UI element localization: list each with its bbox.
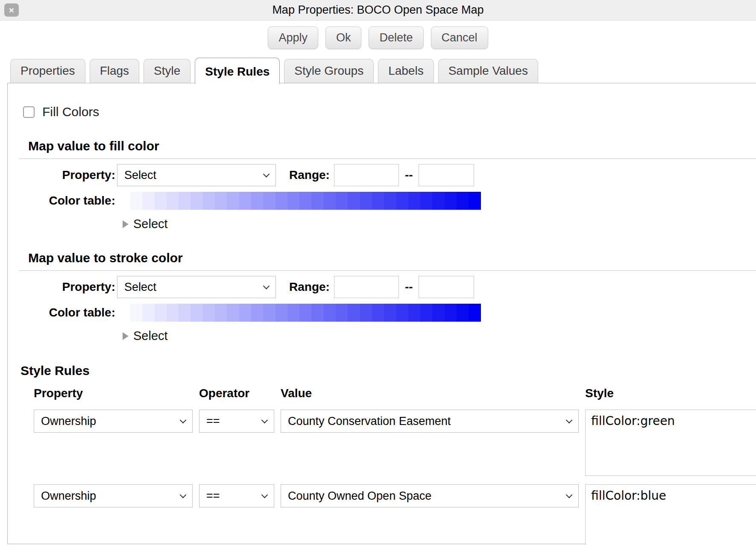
disclosure-label: Select [133,217,168,231]
style-rules-panel: Fill Colors Map value to fill color Prop… [7,83,756,544]
color-swatch [324,304,336,322]
style-rules-table: Property Operator Value Style Ownership … [34,387,756,545]
close-button[interactable]: × [4,3,19,17]
select-value: == [206,489,220,503]
select-value: Ownership [41,415,96,428]
stroke-property-select[interactable]: Select [117,276,276,298]
fill-range-max-input[interactable] [419,164,474,186]
color-swatch [190,304,202,322]
color-swatch [167,192,179,210]
range-label: Range: [289,168,330,182]
color-swatch [384,192,396,210]
color-swatch [227,304,239,322]
color-swatch [142,192,154,210]
color-swatch [239,304,251,322]
color-swatch [348,192,360,210]
color-swatch [469,192,481,210]
color-swatch [311,304,323,322]
color-swatch [155,192,167,210]
color-swatch [190,192,202,210]
ok-button[interactable]: Ok [325,26,362,49]
range-label: Range: [289,280,330,294]
fill-property-select[interactable]: Select [117,164,276,186]
color-swatch [469,304,481,322]
color-swatch [360,192,372,210]
tab-sample-values[interactable]: Sample Values [438,59,538,83]
fill-colors-label: Fill Colors [42,105,99,119]
color-swatch [432,304,444,322]
disclosure-triangle-icon [123,332,129,340]
color-swatch [215,304,227,322]
color-swatch [396,192,408,210]
section-divider [19,270,756,271]
color-swatch [251,192,263,210]
color-swatch [130,304,142,322]
window-title: Map Properties: BOCO Open Space Map [272,3,483,17]
range-separator: -- [405,168,413,182]
rule-1-value-select[interactable]: County Conservation Easement [281,410,579,433]
chevron-down-icon [263,282,270,289]
fill-colors-row: Fill Colors [23,105,756,119]
stroke-color-section: Map value to stroke color Property: Sele… [23,251,756,343]
chevron-down-icon [261,491,268,498]
tab-properties[interactable]: Properties [10,59,85,83]
color-swatch [445,192,457,210]
stroke-range-min-input[interactable] [334,276,399,298]
apply-button[interactable]: Apply [268,26,318,49]
color-swatch [179,304,190,322]
rule-1-style-textarea[interactable]: fillColor:green [585,410,756,476]
rule-2-value-select[interactable]: County Owned Open Space [281,484,579,507]
window-titlebar: × Map Properties: BOCO Open Space Map [0,0,756,21]
color-swatch [203,304,215,322]
chevron-down-icon [566,491,573,498]
color-swatch [287,192,299,210]
property-label: Property: [23,168,115,182]
fill-color-section: Map value to fill color Property: Select… [23,139,756,231]
color-swatch [396,304,408,322]
color-swatch [263,192,275,210]
color-swatch [239,192,251,210]
chevron-down-icon [566,416,573,423]
tab-labels[interactable]: Labels [378,59,434,83]
rule-2-property-select[interactable]: Ownership [34,484,193,507]
chevron-down-icon [180,491,187,498]
rule-2-operator-select[interactable]: == [199,484,274,507]
section-heading: Map value to stroke color [28,251,756,265]
fill-color-table-select-disclosure[interactable]: Select [123,217,756,231]
column-header-operator: Operator [199,387,274,401]
rule-2-style-textarea[interactable]: fillColor:blue [585,484,756,545]
color-swatch [432,192,444,210]
delete-button[interactable]: Delete [369,26,423,49]
color-swatch [251,304,263,322]
disclosure-triangle-icon [123,220,129,228]
property-label: Property: [23,280,115,294]
chevron-down-icon [263,170,270,177]
color-table-label: Color table: [23,194,115,208]
stroke-range-max-input[interactable] [419,276,474,298]
color-swatch [167,304,179,322]
fill-colors-checkbox[interactable] [23,106,35,118]
color-swatch [324,192,336,210]
color-swatch [372,304,384,322]
color-swatch [372,192,384,210]
rule-1-operator-select[interactable]: == [199,410,274,433]
style-rules-heading: Style Rules [21,363,756,378]
action-button-row: Apply Ok Delete Cancel [0,26,756,49]
section-heading: Map value to fill color [28,139,756,153]
color-swatch [336,304,348,322]
column-header-value: Value [281,387,579,401]
tab-style[interactable]: Style [144,59,190,83]
stroke-color-table-select-disclosure[interactable]: Select [123,329,756,343]
color-swatch [299,192,311,210]
color-swatch [215,192,227,210]
tab-style-rules[interactable]: Style Rules [195,58,280,84]
tab-flags[interactable]: Flags [90,59,139,83]
chevron-down-icon [180,416,187,423]
cancel-button[interactable]: Cancel [431,26,488,49]
color-swatch [275,192,287,210]
fill-range-min-input[interactable] [334,164,399,186]
rule-1-property-select[interactable]: Ownership [34,410,193,433]
property-range-row: Property: Select Range: -- [23,275,756,299]
color-swatch [457,304,469,322]
tab-style-groups[interactable]: Style Groups [284,59,374,83]
